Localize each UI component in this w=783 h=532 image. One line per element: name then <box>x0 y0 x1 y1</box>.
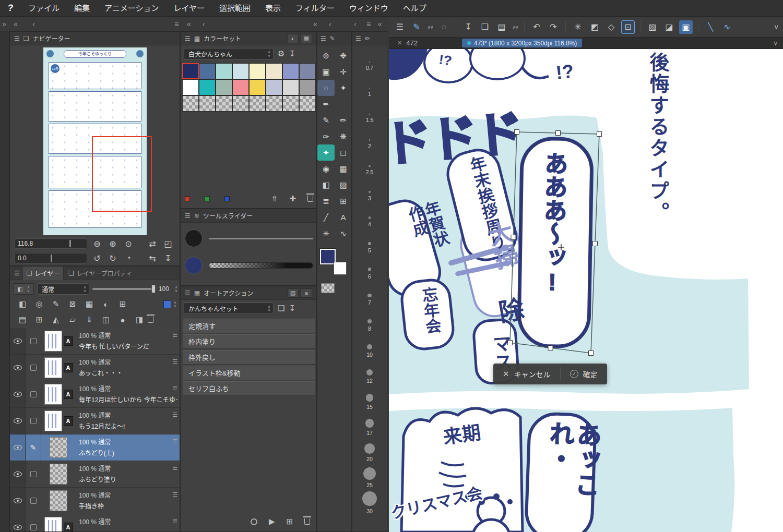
vector-line-icon[interactable]: ╲ <box>704 20 717 34</box>
brush-size-8[interactable]: 8 <box>352 308 387 334</box>
eraser-tool-icon[interactable]: ◻ <box>335 144 352 161</box>
brush-size-17[interactable]: 17 <box>352 413 387 439</box>
hand-tool-icon[interactable]: ✥ <box>335 47 352 64</box>
blend-tool-icon[interactable]: ◉ <box>317 161 335 177</box>
layer-row-menu-icon[interactable]: ☰ <box>172 412 177 418</box>
tab-secondary[interactable]: 472 <box>406 39 418 47</box>
operation-tool-icon[interactable]: ✎ <box>410 20 423 34</box>
frame-border-tool-icon[interactable]: ⊞ <box>335 193 352 209</box>
selection-tool-icon[interactable]: ◌ <box>317 80 335 96</box>
brush-size-slider[interactable] <box>209 238 313 239</box>
layer-opacity-slider[interactable] <box>92 288 156 290</box>
operate-tool-icon[interactable]: ▣ <box>317 64 335 80</box>
brush-size-1[interactable]: 1 <box>352 74 387 100</box>
navigator-menu-icon[interactable]: ☰ <box>14 35 20 42</box>
zoom-in-icon[interactable]: ⊕ <box>107 239 118 249</box>
crop-canvas-icon[interactable]: ⊡ <box>621 20 635 34</box>
rotation-slider[interactable]: 0.0 <box>14 253 87 263</box>
tab-layers[interactable]: ❏ レイヤー <box>23 267 64 280</box>
color-tag-swatch[interactable] <box>205 196 210 201</box>
menu-file[interactable]: ファイル <box>21 0 67 17</box>
selection-border-icon[interactable]: ◇ <box>604 20 618 34</box>
color-swatch[interactable] <box>266 63 282 79</box>
pencil-tool-icon[interactable]: ✏ <box>335 112 352 128</box>
save-file-icon[interactable]: ↧ <box>461 20 475 34</box>
layer-row-menu-icon[interactable]: ☰ <box>172 491 177 498</box>
menu-window[interactable]: ウィンドウ <box>342 0 396 17</box>
menu-filter[interactable]: フィルター <box>288 0 342 17</box>
color-swatch[interactable] <box>299 95 316 112</box>
text-tool-icon[interactable]: A <box>335 209 352 225</box>
new-folder-icon[interactable]: ▱ <box>64 315 81 324</box>
auto-action-menu-icon[interactable]: ☰ <box>185 289 191 297</box>
layer-visibility-toggle[interactable] <box>10 461 26 487</box>
tool-slider-menu-icon[interactable]: ☰ <box>185 212 191 220</box>
color-swatch[interactable] <box>282 63 299 79</box>
auto-action-item[interactable]: 枠内塗り <box>183 334 315 349</box>
navigator-thumbnail[interactable]: 今年こそゆっくり 12月 <box>43 47 147 235</box>
layer-row-menu-icon[interactable]: ☰ <box>172 518 177 525</box>
layer-row[interactable]: A100 % 通常☰ <box>10 514 180 532</box>
layer-row[interactable]: A100 % 通常☰毎年12月は忙しいから 今年こそゆっく <box>10 381 180 408</box>
rotate-right-icon[interactable]: ↻ <box>107 253 118 263</box>
stepper-down-icon[interactable]: ∨ <box>27 289 30 293</box>
color-set-view-icon[interactable]: ◐ <box>287 34 299 43</box>
color-swatch[interactable] <box>199 79 216 95</box>
color-swatch[interactable] <box>232 95 249 112</box>
fit-to-window-icon[interactable]: ◰ <box>162 239 174 249</box>
autoaction-duplicate-icon[interactable]: ❏ <box>278 304 284 313</box>
brush-size-20[interactable]: 20 <box>352 439 387 465</box>
dock-control-icon[interactable]: « <box>187 19 191 29</box>
stepper-down-icon[interactable]: ∨ <box>84 289 86 293</box>
line-correct-tool-icon[interactable]: ∿ <box>335 225 352 241</box>
delete-layer-icon[interactable] <box>148 317 153 323</box>
layer-checkbox[interactable] <box>26 408 41 434</box>
menu-animation[interactable]: アニメーション <box>97 0 166 17</box>
tool-palette-menu-icon[interactable]: ☰ <box>321 35 326 42</box>
redo-icon[interactable]: ↷ <box>547 20 560 34</box>
layer-row[interactable]: A100 % 通常☰もう12月だよ〜! <box>10 408 180 434</box>
hatch-tool-icon[interactable]: ≣ <box>317 193 335 209</box>
dock-control-icon[interactable]: ‹ <box>203 19 205 29</box>
tab-close-icon[interactable]: ✕ <box>397 40 402 46</box>
confirm-button[interactable]: ✓ 確定 <box>561 364 607 384</box>
zoom-slider[interactable]: 116.8 <box>14 238 87 249</box>
record-autoaction-icon[interactable] <box>251 518 257 525</box>
dock-control-icon[interactable]: ‹ <box>32 19 35 29</box>
delete-autoaction-icon[interactable] <box>304 518 310 525</box>
autoaction-save-icon[interactable]: ↧ <box>289 304 295 313</box>
brush-size-12[interactable]: 12 <box>352 360 387 386</box>
io-stepper-icon[interactable]: ∧∨ <box>512 20 519 34</box>
draft-layer-icon[interactable]: ✎ <box>48 299 64 309</box>
layer-checkbox[interactable] <box>26 514 41 532</box>
enable-mask-icon[interactable]: ◐ <box>98 300 114 309</box>
layer-checkbox[interactable] <box>26 461 41 487</box>
brush-size-25[interactable]: 25 <box>352 465 387 491</box>
layer-visibility-toggle[interactable] <box>10 434 26 461</box>
color-tag-swatch[interactable] <box>224 196 230 201</box>
opacity-stepper[interactable]: ∧∨ <box>175 285 177 293</box>
layer-visibility-toggle[interactable] <box>10 328 26 354</box>
layer-row-menu-icon[interactable]: ☰ <box>172 438 177 445</box>
dock-control-icon[interactable]: ‹ <box>354 19 357 29</box>
dock-control-icon[interactable]: « <box>14 19 18 29</box>
color-swatch[interactable] <box>199 63 216 79</box>
lock-layer-icon[interactable]: ⊠ <box>64 299 81 309</box>
color-swatch[interactable] <box>232 79 249 95</box>
brush-size-10[interactable]: 10 <box>352 334 387 360</box>
set-ruler-icon[interactable]: ⊞ <box>114 299 131 309</box>
flip-view-icon[interactable]: ⇄ <box>147 239 158 249</box>
color-swatch[interactable] <box>266 79 282 95</box>
play-autoaction-icon[interactable]: ▶ <box>269 517 275 526</box>
menu-view[interactable]: 表示 <box>258 0 288 17</box>
color-swatch[interactable] <box>282 79 299 95</box>
colorset-settings-icon[interactable]: ⚙ <box>278 49 284 58</box>
reset-view-icon[interactable]: ↧ <box>162 253 174 263</box>
app-logo-icon[interactable]: ? <box>0 3 21 14</box>
lock-transparent-pixels-icon[interactable]: ▦ <box>81 299 98 309</box>
layer-visibility-toggle[interactable] <box>10 514 26 532</box>
color-swatch[interactable] <box>249 79 266 95</box>
transparent-color-swatch[interactable] <box>321 283 335 293</box>
move-tool-icon[interactable]: ✛ <box>335 64 352 80</box>
color-swatch[interactable] <box>216 79 232 95</box>
